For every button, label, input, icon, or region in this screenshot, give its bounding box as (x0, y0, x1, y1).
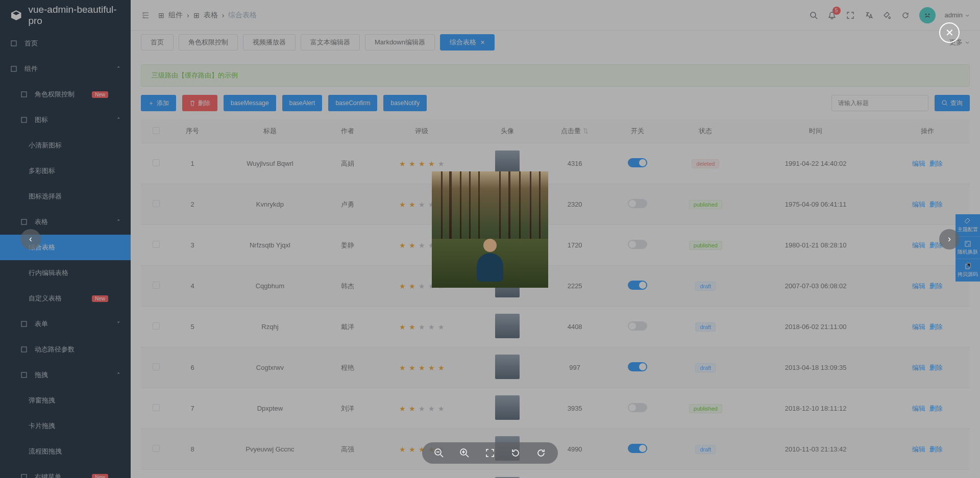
viewer-image[interactable] (432, 171, 548, 288)
viewer-toolbar (422, 442, 558, 464)
viewer-close-button[interactable]: ✕ (939, 22, 960, 43)
rotate-left-icon[interactable] (510, 447, 521, 459)
zoom-out-icon[interactable] (433, 447, 445, 459)
viewer-prev-button[interactable]: ‹ (20, 229, 41, 249)
zoom-in-icon[interactable] (459, 447, 470, 459)
original-size-icon[interactable] (484, 447, 496, 459)
viewer-next-button[interactable]: › (939, 229, 960, 249)
rotate-right-icon[interactable] (535, 447, 547, 459)
image-viewer: ✕ ‹ › (0, 0, 980, 478)
